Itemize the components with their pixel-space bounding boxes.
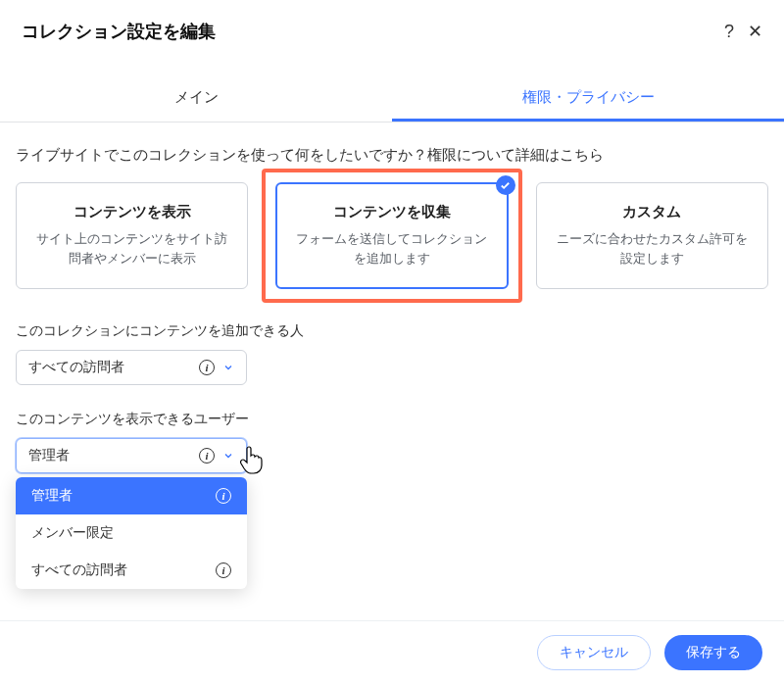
card-desc: サイト上のコンテンツをサイト訪問者やメンバーに表示 xyxy=(30,229,233,269)
card-custom[interactable]: カスタム ニーズに合わせたカスタム許可を設定します xyxy=(536,182,768,289)
section-label: このコレクションにコンテンツを追加できる人 xyxy=(16,322,768,340)
card-title: コンテンツを収集 xyxy=(290,203,493,221)
card-desc: フォームを送信してコレクションを追加します xyxy=(290,229,493,269)
dropdown-item-label: メンバー限定 xyxy=(31,524,114,542)
section-view-who: このコンテンツを表示できるユーザー 管理者 i 管理者 i メンバー限定 xyxy=(16,411,768,473)
card-display[interactable]: コンテンツを表示 サイト上のコンテンツをサイト訪問者やメンバーに表示 xyxy=(16,182,248,289)
permission-cards: コンテンツを表示 サイト上のコンテンツをサイト訪問者やメンバーに表示 コンテンツ… xyxy=(16,182,768,289)
card-collect[interactable]: コンテンツを収集 フォームを送信してコレクションを追加します xyxy=(275,182,508,289)
chevron-down-icon xyxy=(222,362,234,373)
dialog-footer: キャンセル 保存する xyxy=(0,620,784,684)
tab-permissions[interactable]: 権限・プライバシー xyxy=(392,76,784,122)
tab-main[interactable]: メイン xyxy=(0,76,392,122)
info-icon[interactable]: i xyxy=(216,488,231,504)
dropdown-item-admin[interactable]: 管理者 i xyxy=(16,477,247,514)
dropdown-item-everyone[interactable]: すべての訪問者 i xyxy=(16,552,247,589)
info-icon[interactable]: i xyxy=(199,448,215,464)
chevron-down-icon xyxy=(222,450,234,462)
select-add-who[interactable]: すべての訪問者 i xyxy=(16,350,247,385)
card-desc: ニーズに合わせたカスタム許可を設定します xyxy=(551,229,754,269)
prompt-text: ライブサイトでこのコレクションを使って何をしたいですか？権限について詳細はこちら xyxy=(16,146,768,165)
section-label: このコンテンツを表示できるユーザー xyxy=(16,411,768,428)
select-value: すべての訪問者 xyxy=(28,359,124,376)
check-icon xyxy=(496,175,515,195)
select-value: 管理者 xyxy=(28,447,70,464)
card-title: コンテンツを表示 xyxy=(30,203,233,221)
info-icon[interactable]: i xyxy=(216,562,231,578)
dropdown-item-label: 管理者 xyxy=(31,487,73,505)
section-add-who: このコレクションにコンテンツを追加できる人 すべての訪問者 i xyxy=(16,322,768,385)
card-title: カスタム xyxy=(551,203,754,221)
tabs: メイン 権限・プライバシー xyxy=(0,76,784,122)
close-icon[interactable]: ✕ xyxy=(748,21,762,42)
help-icon[interactable]: ? xyxy=(724,22,734,42)
dropdown-item-label: すべての訪問者 xyxy=(31,562,127,579)
select-view-who[interactable]: 管理者 i xyxy=(16,438,247,473)
dialog-header: コレクション設定を編集 ? ✕ xyxy=(0,0,784,59)
dropdown-item-members[interactable]: メンバー限定 xyxy=(16,514,247,552)
save-button[interactable]: 保存する xyxy=(664,635,762,670)
dialog-title: コレクション設定を編集 xyxy=(22,20,216,43)
cancel-button[interactable]: キャンセル xyxy=(537,635,651,670)
dropdown-menu: 管理者 i メンバー限定 すべての訪問者 i xyxy=(16,477,247,589)
highlight-annotation: コンテンツを収集 フォームを送信してコレクションを追加します xyxy=(262,169,521,303)
info-icon[interactable]: i xyxy=(199,360,215,375)
